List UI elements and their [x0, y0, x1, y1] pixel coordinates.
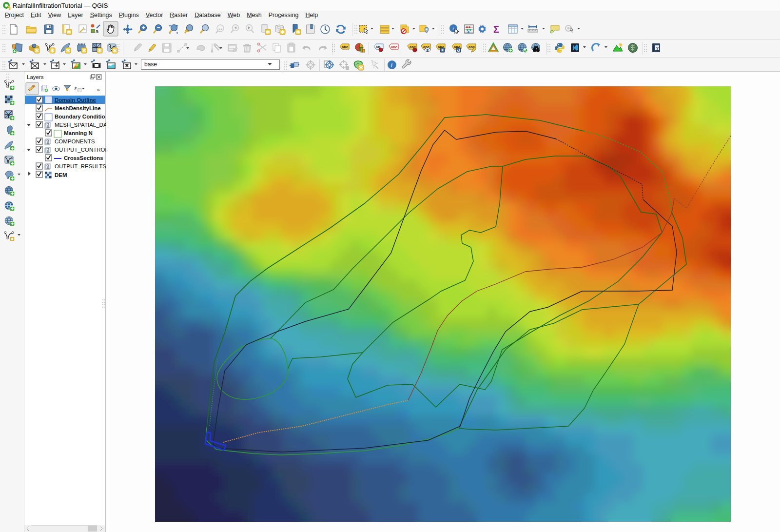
- svg-text:OUTPUT_CONTROL: OUTPUT_CONTROL: [55, 147, 106, 153]
- svg-text:CrossSections: CrossSections: [64, 155, 103, 161]
- svg-text:Manning N: Manning N: [64, 130, 93, 136]
- svg-text:Boundary Conditio: Boundary Conditio: [55, 114, 105, 119]
- svg-text:COMPONENTS: COMPONENTS: [55, 138, 95, 144]
- svg-text:MeshDensityLine: MeshDensityLine: [55, 105, 101, 111]
- svg-text:Domain Outline: Domain Outline: [55, 97, 96, 103]
- svg-text:OUTPUT_RESULTS: OUTPUT_RESULTS: [55, 163, 106, 169]
- svg-text:DEM: DEM: [55, 172, 67, 178]
- svg-text:MESH_SPATIAL_DAT.: MESH_SPATIAL_DAT.: [55, 122, 106, 128]
- svg-text:i: i: [391, 61, 393, 69]
